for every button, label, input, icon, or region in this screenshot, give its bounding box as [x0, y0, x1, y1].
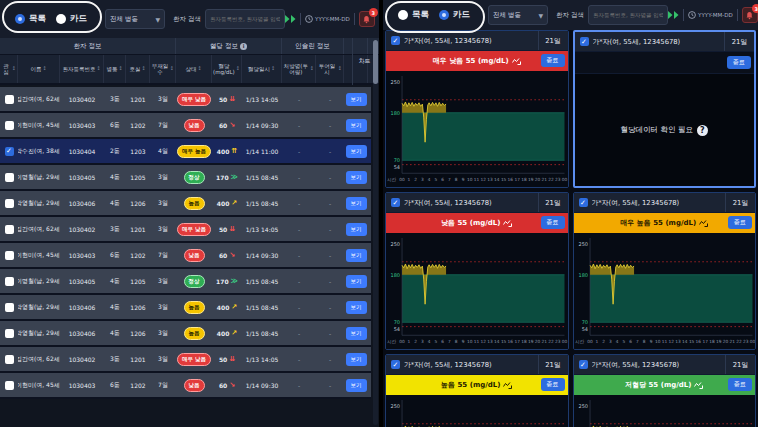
- patient-card[interactable]: ✓가*자(여, 55세, 12345678)21일종료혈당데이터 확인 필요?: [573, 30, 757, 188]
- svg-text:5: 5: [435, 339, 438, 344]
- date-picker[interactable]: YYYY-MM-DD: [305, 15, 350, 23]
- svg-text:12: 12: [668, 339, 674, 344]
- patient-card[interactable]: ✓가*자(여, 55세, 12345678)21일매우 높음 55 (mg/dL…: [573, 192, 757, 350]
- status-badge: 높음: [184, 301, 205, 314]
- card-checkbox[interactable]: ✓: [580, 37, 589, 46]
- view-chart-button[interactable]: 보기: [346, 353, 367, 366]
- row-checkbox[interactable]: [5, 199, 14, 208]
- column-header-0[interactable]: 관심↕: [0, 55, 18, 83]
- patient-row[interactable]: 이현미(여, 45세)10304036동12027일낮음60↘1/14 09:3…: [0, 113, 371, 139]
- patient-card[interactable]: ✓가*자(여, 55세, 12345678)21일낮음 55 (mg/dL)종료…: [385, 192, 569, 350]
- patient-card[interactable]: ✓가*자(여, 55세, 12345678)21일저혈당 55 (mg/dL)종…: [573, 354, 757, 427]
- card-checkbox[interactable]: ✓: [391, 36, 400, 45]
- card-checkbox[interactable]: ✓: [579, 360, 588, 369]
- view-chart-button[interactable]: 보기: [346, 145, 367, 158]
- svg-text:18: 18: [521, 339, 527, 344]
- patient-row[interactable]: 김간여(여, 62세)10304023동12013일매우 낮음50⇊1/13 1…: [0, 87, 371, 113]
- date-picker[interactable]: YYYY-MM-DD: [688, 11, 733, 19]
- divider: [300, 13, 301, 25]
- row-checkbox[interactable]: ✓: [5, 147, 14, 156]
- room: 1202: [126, 252, 150, 259]
- column-header-5[interactable]: 부재일수↕: [150, 55, 176, 83]
- row-checkbox[interactable]: [5, 277, 14, 286]
- row-checkbox[interactable]: [5, 303, 14, 312]
- card-radio-label: 카드: [70, 13, 87, 25]
- end-button[interactable]: 종료: [728, 378, 752, 391]
- end-button[interactable]: 종료: [727, 56, 751, 69]
- view-chart-button[interactable]: 보기: [346, 93, 367, 106]
- svg-text:20: 20: [722, 339, 728, 344]
- svg-text:12: 12: [481, 339, 487, 344]
- patient-row[interactable]: 박영철(남, 29세)10304064동12063일높음400↗1/15 08:…: [0, 191, 371, 217]
- patient-card[interactable]: ✓가*자(여, 55세, 12345678)21일매우 낮음 55 (mg/dL…: [385, 30, 569, 188]
- list-radio[interactable]: [398, 10, 408, 20]
- ward-select[interactable]: 전체 병동 ▼: [105, 9, 165, 29]
- column-header-2[interactable]: 환자등록번호↕: [60, 55, 104, 83]
- column-header-10[interactable]: 투여일시↕: [316, 55, 344, 83]
- patient-row[interactable]: ✓박수진(여, 38세)10304042동12034일매우 높음400⇈1/14…: [0, 139, 371, 165]
- group-header-label: 인슐린 정보: [295, 42, 330, 51]
- end-button[interactable]: 종료: [541, 54, 565, 67]
- status-cell: 높음: [176, 301, 212, 314]
- vertical-scrollbar[interactable]: [373, 40, 378, 425]
- scrollbar-thumb[interactable]: [373, 40, 378, 84]
- ward: 3동: [104, 95, 126, 104]
- room: 1201: [126, 96, 150, 103]
- row-checkbox[interactable]: [5, 173, 14, 182]
- list-radio-label: 목록: [412, 9, 429, 21]
- glucose-time: 1/15 08:45: [242, 174, 282, 181]
- card-radio[interactable]: [439, 10, 449, 20]
- group-header-label: 혈당 정보: [210, 42, 238, 51]
- clock-icon: [305, 15, 313, 23]
- column-header-4[interactable]: 호실↕: [126, 55, 150, 83]
- row-checkbox[interactable]: [5, 381, 14, 390]
- search-input[interactable]: [205, 9, 285, 29]
- notifications-button[interactable]: 3: [359, 11, 375, 27]
- patient-row[interactable]: 이현미(여, 45세)10304036동12027일낮음60↘1/14 09:3…: [0, 373, 371, 399]
- view-chart-button[interactable]: 보기: [346, 301, 367, 314]
- row-checkbox[interactable]: [5, 355, 14, 364]
- card-checkbox[interactable]: ✓: [391, 360, 400, 369]
- row-checkbox[interactable]: [5, 121, 14, 130]
- row-checkbox[interactable]: [5, 95, 14, 104]
- end-button[interactable]: 종료: [541, 378, 565, 391]
- list-radio[interactable]: [15, 14, 25, 24]
- end-button[interactable]: 종료: [728, 216, 752, 229]
- column-header-3[interactable]: 병동↕: [104, 55, 126, 83]
- patient-row[interactable]: 김간여(여, 62세)10304023동12013일매우 낮음50⇊1/13 1…: [0, 217, 371, 243]
- card-checkbox[interactable]: ✓: [391, 198, 400, 207]
- search-input[interactable]: [588, 5, 668, 25]
- column-header-1[interactable]: 이름↕: [18, 55, 60, 83]
- view-chart-button[interactable]: 보기: [346, 379, 367, 392]
- patient-name: 김간여(여, 62세): [18, 95, 60, 104]
- end-button[interactable]: 종료: [541, 216, 565, 229]
- card-checkbox[interactable]: ✓: [579, 198, 588, 207]
- column-header-9[interactable]: 처방명(투여량)↕: [282, 55, 316, 83]
- column-header-8[interactable]: 혈당일시↕: [242, 55, 282, 83]
- row-checkbox[interactable]: [5, 251, 14, 260]
- row-checkbox[interactable]: [5, 329, 14, 338]
- view-chart-button[interactable]: 보기: [346, 327, 367, 340]
- notifications-button[interactable]: 3: [742, 7, 758, 23]
- patient-row[interactable]: 박영철(남, 29세)10304064동12063일높음400↗1/15 08:…: [0, 321, 371, 347]
- view-chart-button[interactable]: 보기: [346, 223, 367, 236]
- card-radio[interactable]: [56, 14, 66, 24]
- view-chart-button[interactable]: 보기: [346, 249, 367, 262]
- view-chart-button[interactable]: 보기: [346, 197, 367, 210]
- row-checkbox[interactable]: [5, 225, 14, 234]
- absence-days: 3일: [150, 277, 176, 286]
- view-chart-button[interactable]: 보기: [346, 171, 367, 184]
- view-chart-button[interactable]: 보기: [346, 275, 367, 288]
- glucose-time: 1/14 11:00: [242, 148, 282, 155]
- date-value: YYYY-MM-DD: [698, 12, 733, 18]
- patient-card[interactable]: ✓가*자(여, 55세, 12345678)21일높음 55 (mg/dL)종료…: [385, 354, 569, 427]
- patient-row[interactable]: 이현미(여, 45세)10304036동12027일낮음60↘1/14 09:3…: [0, 243, 371, 269]
- column-header-7[interactable]: 혈당(mg/dL)↕: [212, 55, 242, 83]
- patient-row[interactable]: 박영철(남, 29세)10304064동12063일높음400↗1/15 08:…: [0, 295, 371, 321]
- ward-select[interactable]: 전체 병동 ▼: [488, 5, 548, 25]
- column-header-6[interactable]: 상태↕: [176, 55, 212, 83]
- patient-row[interactable]: 이명철(남, 29세)10304054동12053일정상170≫1/15 08:…: [0, 269, 371, 295]
- patient-row[interactable]: 김간여(여, 62세)10304023동12013일매우 낮음50⇊1/13 1…: [0, 347, 371, 373]
- patient-row[interactable]: 이명철(남, 29세)10304054동12053일정상170≫1/15 08:…: [0, 165, 371, 191]
- view-chart-button[interactable]: 보기: [346, 119, 367, 132]
